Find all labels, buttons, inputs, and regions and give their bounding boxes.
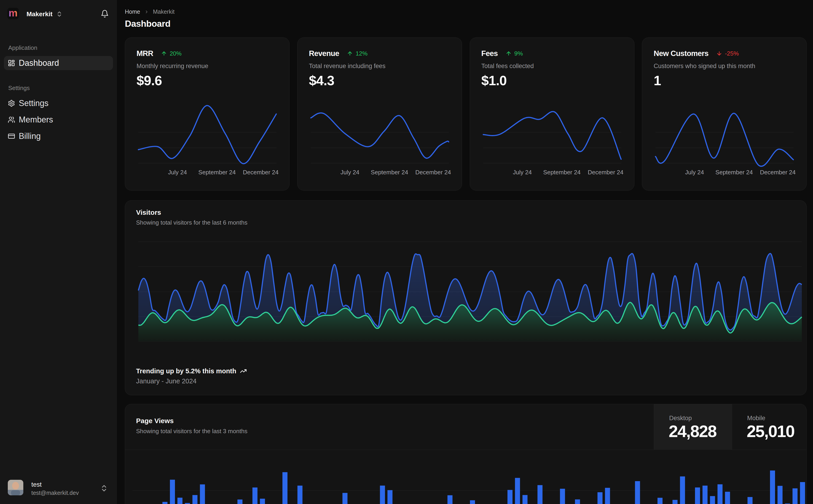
svg-text:September 24: September 24 — [198, 169, 236, 176]
svg-text:December 24: December 24 — [760, 169, 796, 176]
svg-text:July 24: July 24 — [341, 169, 359, 176]
svg-text:July 24: July 24 — [513, 169, 531, 176]
svg-text:September 24: September 24 — [371, 169, 408, 176]
svg-text:July 24: July 24 — [685, 169, 704, 176]
svg-text:September 24: September 24 — [716, 169, 753, 176]
svg-text:July 24: July 24 — [168, 169, 187, 176]
svg-text:December 24: December 24 — [415, 169, 451, 176]
svg-text:December 24: December 24 — [243, 169, 279, 176]
svg-text:m: m — [8, 8, 17, 19]
svg-text:December 24: December 24 — [587, 169, 623, 176]
svg-text:September 24: September 24 — [543, 169, 580, 176]
